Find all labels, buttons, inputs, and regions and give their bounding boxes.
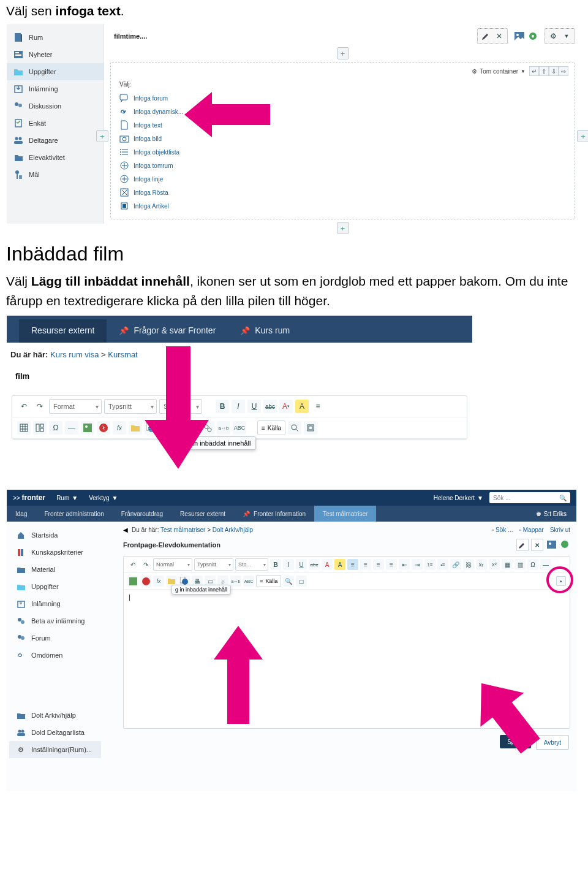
align-left-icon[interactable]: ≡ [347,559,358,570]
user-dropdown[interactable]: Helene Derkert ▼ [434,495,483,501]
source-button[interactable]: ≡Källa [256,575,281,587]
nav-mal[interactable]: Mål [7,166,104,183]
fx-icon[interactable]: fx [153,576,164,587]
nav3-kunskap[interactable]: Kunskapskriterier [9,544,101,561]
nav3-uppgifter[interactable]: Uppgifter [9,578,101,595]
table-icon[interactable] [17,421,31,435]
flash-icon[interactable] [140,576,151,587]
arrow-down-icon[interactable]: ⇩ [549,66,559,76]
add-right-button[interactable]: + [577,130,588,142]
strike-button[interactable]: abc [263,400,277,413]
flash-icon[interactable] [97,421,110,435]
nav-elevaktivitet[interactable]: Elevaktivitet [7,149,104,166]
fullscreen-icon[interactable]: ◻ [296,576,307,587]
align-center-icon[interactable]: ≡ [360,559,371,570]
underline-button[interactable]: U [247,400,261,413]
nav-rum[interactable]: Rum [7,29,104,46]
opt-empty[interactable]: Infoga tomrum [119,159,568,172]
replace-icon[interactable]: a↔b [230,576,241,587]
mappar-link[interactable]: ▫ Mappar [519,527,543,533]
format-select[interactable]: Normal [153,558,192,571]
back-icon[interactable]: ◀ [123,527,128,533]
skrivut-link[interactable]: Skriv ut [550,527,570,533]
template-icon[interactable]: ▥ [514,559,526,570]
image-icon[interactable] [546,539,557,550]
spellcheck-icon[interactable]: ABC [243,576,254,587]
crumb3-link1[interactable]: Test målmatriser [160,527,205,533]
tab-resurser[interactable]: Resurser externt [19,319,107,343]
nav-enkat[interactable]: Enkät [7,115,104,132]
outdent-icon[interactable]: ⇤ [399,559,410,570]
globe-heart-icon[interactable] [527,31,538,42]
add-bottom-button[interactable]: + [337,222,349,234]
nav3-omdomen[interactable]: Omdömen [9,647,101,664]
align-button[interactable]: ≡ [311,400,325,413]
gear-icon[interactable]: ⚙ [548,31,559,42]
tab-fragor[interactable]: 📌Frågor & svar Fronter [107,319,228,343]
nav-inlamning[interactable]: Inlämning [7,80,104,97]
omega-icon[interactable]: Ω [49,421,62,435]
italic-button[interactable]: I [232,400,245,413]
size-select[interactable]: Sto... [235,558,268,571]
align-just-icon[interactable]: ≡ [386,559,397,570]
nav-deltagare[interactable]: Deltagare [7,132,104,149]
image-icon[interactable] [127,576,138,587]
align-right-icon[interactable]: ≡ [373,559,384,570]
bold-button[interactable]: B [270,559,281,570]
table-icon[interactable]: ▦ [502,559,513,570]
sok-link[interactable]: ▫ Sök ... [492,527,513,533]
sup-icon[interactable]: x² [489,559,500,570]
subtab-test[interactable]: Test målmatriser [314,506,376,522]
subtab-info[interactable]: 📌Fronter Information [234,506,314,522]
bgcolor-button[interactable]: A [295,400,309,413]
undo-icon[interactable]: ↶ [127,559,138,570]
undo-icon[interactable]: ↶ [17,400,31,413]
nav3-dolt[interactable]: Dolt Arkiv/hjälp [9,707,101,724]
zoom-icon[interactable] [288,421,301,435]
add-top-button[interactable]: + [337,47,349,59]
indent-icon[interactable]: ⇥ [412,559,423,570]
subtab-admin[interactable]: Fronter administration [36,506,112,522]
redo-icon[interactable]: ↷ [140,559,151,570]
subtab-resurser[interactable]: Resurser externt [172,506,234,522]
hr-icon[interactable]: — [65,421,78,435]
sub-icon[interactable]: x₂ [476,559,487,570]
tab-kurs[interactable]: 📌Kurs rum [228,319,302,343]
edit-icon[interactable] [516,539,529,551]
opt-objectlist[interactable]: Infoga objektlista [119,145,568,159]
folder-globe-icon[interactable] [129,421,142,435]
rum-dropdown[interactable]: Rum ▼ [56,495,78,501]
fullscreen-icon[interactable] [304,421,317,435]
arrow-up-icon[interactable]: ⇧ [539,66,549,76]
search-input[interactable]: Sök ...🔍 [489,492,570,503]
edit-icon[interactable] [480,31,491,42]
nav3-dold-delt[interactable]: Dold Deltagarlista [9,724,101,741]
globe-heart-icon[interactable] [559,539,570,550]
underline-button[interactable]: U [296,559,307,570]
hr-icon[interactable]: — [540,559,551,570]
opt-line[interactable]: Infoga linje [119,172,568,186]
image-icon[interactable] [514,31,525,42]
ul-icon[interactable]: •≡ [437,559,448,570]
nav-diskussion[interactable]: Diskussion [7,97,104,115]
nav-nyheter[interactable]: Nyheter [7,46,104,63]
nav3-installningar[interactable]: ⚙Inställningar(Rum)... [9,741,101,758]
crumb-link-2[interactable]: Kursmat [108,350,137,359]
verktyg-dropdown[interactable]: Verktyg ▼ [89,495,118,501]
opt-article[interactable]: Infoga Artikel [119,199,568,213]
italic-button[interactable]: I [283,559,294,570]
nav-uppgifter[interactable]: Uppgifter [7,63,104,80]
textcolor-button[interactable]: A [322,559,333,570]
close-icon[interactable]: ✕ [531,539,543,551]
textcolor-button[interactable]: A▾ [279,400,293,413]
nav3-inlamning[interactable]: Inlämning [9,595,101,612]
link-icon[interactable]: 🔗 [450,559,461,570]
source-button[interactable]: ≡Källa [257,420,285,435]
nav3-material[interactable]: Material [9,561,101,578]
close-icon[interactable]: ✕ [494,31,505,42]
fx-icon[interactable]: fx [113,421,126,435]
font-select[interactable]: Typsnitt [194,558,233,571]
add-left-button[interactable]: + [96,130,108,142]
subtab-franvaro[interactable]: Frånvaroutdrag [113,506,172,522]
zoom-icon[interactable]: 🔍 [283,576,294,587]
